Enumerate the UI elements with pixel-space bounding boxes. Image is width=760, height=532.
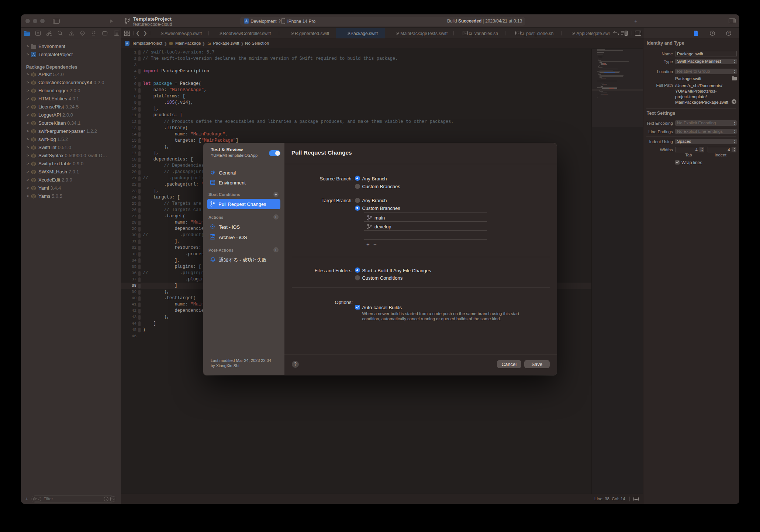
svg-text:?: ? xyxy=(728,31,729,35)
